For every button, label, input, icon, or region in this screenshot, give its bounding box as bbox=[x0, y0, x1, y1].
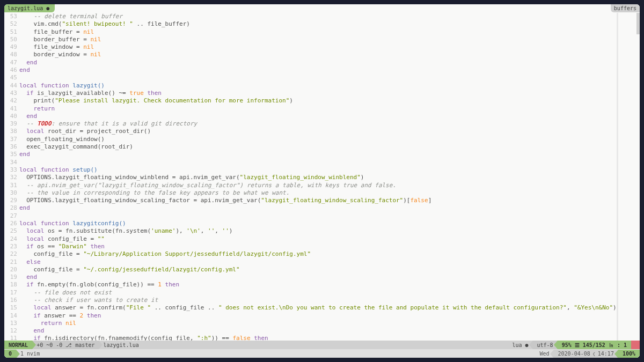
buffer-tab-active[interactable]: lazygit.lua ● bbox=[4, 4, 55, 12]
tmux-time: 14:17 bbox=[598, 350, 614, 357]
position-segment: 95% ☰ 145/152 ㏑ : 1 bbox=[558, 341, 631, 349]
buffer-tab-bar: lazygit.lua ● buffers bbox=[4, 4, 640, 13]
right-pane[interactable] bbox=[618, 13, 640, 341]
tmux-date-segment: 2020-04-08 ❮ 14:17 bbox=[554, 350, 618, 358]
tmux-date: 2020-04-08 bbox=[558, 350, 590, 357]
vim-statusline: NORMAL +0 ~0 -0 ⎇ master lazygit.lua lua… bbox=[4, 341, 640, 349]
editor-pane[interactable]: 5352515049484746454443424140393837363534… bbox=[4, 13, 640, 341]
git-status-segment: +0 ~0 -0 ⎇ master bbox=[32, 341, 99, 349]
code-area[interactable]: -- delete terminal buffer vim.cmd("silen… bbox=[19, 13, 617, 341]
tmux-window-segment[interactable]: 1 nvim bbox=[16, 350, 44, 358]
mode-indicator: NORMAL bbox=[4, 341, 32, 349]
line-number-gutter: 5352515049484746454443424140393837363534… bbox=[4, 13, 19, 341]
terminal-window: lazygit.lua ● buffers 535251504948474645… bbox=[4, 4, 640, 358]
error-indicator bbox=[631, 341, 640, 349]
tmux-statusline: 0 1 nvim Wed 2020-04-08 ❮ 14:17 100% bbox=[4, 349, 640, 358]
statusline-spacer bbox=[143, 341, 508, 349]
time-sep-icon: ❮ bbox=[590, 350, 598, 357]
tmux-battery-segment: 100% bbox=[618, 350, 640, 358]
tmux-session-segment[interactable]: 0 bbox=[4, 350, 16, 358]
filename-segment: lazygit.lua bbox=[99, 341, 143, 349]
scrollbar-thumb[interactable] bbox=[636, 13, 640, 34]
buffer-tab-list-label[interactable]: buffers bbox=[611, 4, 640, 12]
